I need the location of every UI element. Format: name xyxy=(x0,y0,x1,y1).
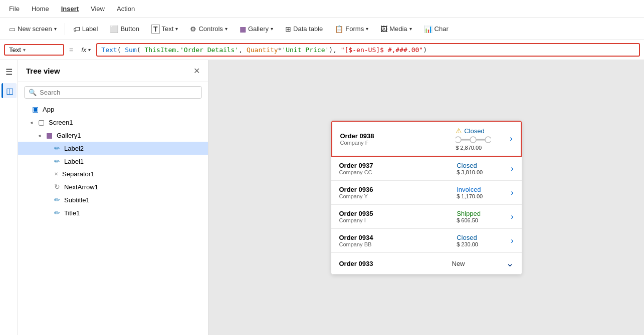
formula-comma2: , xyxy=(333,46,337,54)
button-btn-label: Button xyxy=(120,25,139,33)
order-arrow-0933: ⌄ xyxy=(506,258,514,269)
button-button[interactable]: ⬜ Button xyxy=(105,23,144,35)
formula-order-details: 'Order Details' xyxy=(180,46,239,54)
tree-item-subtitle1[interactable]: ✏ Subtitle1 xyxy=(18,193,208,206)
formula-paren4: ) xyxy=(423,46,427,54)
search-input[interactable] xyxy=(40,89,197,96)
formula-selector-chevron: ▾ xyxy=(23,47,26,53)
new-screen-button[interactable]: ▭ New screen ▾ xyxy=(4,23,62,35)
formula-space4 xyxy=(337,46,341,54)
formula-dot: . xyxy=(176,46,180,54)
screen-icon: ▢ xyxy=(38,118,45,126)
formula-format-string: "[$-en-US]$ #,###.00" xyxy=(341,46,423,54)
label-btn-label: Label xyxy=(82,25,98,33)
title1-icon: ✏ xyxy=(54,209,60,217)
order-status-label-0936: Invoiced xyxy=(457,186,481,193)
formula-paren2: ( xyxy=(137,46,141,54)
tree-item-label2[interactable]: ✏ Label2 xyxy=(18,142,208,155)
separator1-icon: ✕ xyxy=(54,171,58,177)
formula-fx-button[interactable]: fx ▾ xyxy=(78,45,93,55)
formula-bar: Text ▾ = fx ▾ Text( Sum( ThisItem.'Order… xyxy=(0,40,644,60)
media-chevron: ▾ xyxy=(409,26,412,32)
order-status-label-0934: Closed xyxy=(457,234,477,241)
tree-item-app[interactable]: ▣ App xyxy=(18,103,208,116)
media-button[interactable]: 🖼 Media ▾ xyxy=(375,23,416,35)
tree-item-label1[interactable]: ✏ Label1 xyxy=(18,155,208,168)
label-icon: 🏷 xyxy=(73,25,80,33)
menubar-item-file[interactable]: File xyxy=(4,3,25,15)
tree-item-title1[interactable]: ✏ Title1 xyxy=(18,206,208,219)
search-icon: 🔍 xyxy=(29,89,37,96)
formula-selector[interactable]: Text ▾ xyxy=(4,44,64,56)
formula-input[interactable]: Text( Sum( ThisItem.'Order Details', Qua… xyxy=(96,43,640,57)
formula-space3 xyxy=(243,46,247,54)
chart-button[interactable]: 📊 Char xyxy=(419,23,454,35)
chart-btn-label: Char xyxy=(435,25,449,33)
order-id-0933: Order 0933 xyxy=(339,260,448,267)
text-button[interactable]: T Text ▾ xyxy=(146,23,183,36)
new-screen-label: New screen xyxy=(18,25,52,33)
formula-thisitem: ThisItem xyxy=(144,46,176,54)
order-amount-0935: $ 606.50 xyxy=(457,217,478,223)
order-row-0937[interactable]: Order 0937 Company CC Closed $ 3,810.00 … xyxy=(331,157,522,181)
label2-icon: ✏ xyxy=(54,144,60,152)
order-arrow-0936: › xyxy=(511,188,513,197)
gallery-icon: ▦ xyxy=(240,25,246,33)
slider-svg xyxy=(456,135,491,145)
tree-close-button[interactable]: ✕ xyxy=(193,66,200,76)
subtitle1-icon: ✏ xyxy=(54,196,60,204)
order-company-0934: Company BB xyxy=(339,241,453,247)
order-info-0933: Order 0933 xyxy=(339,260,448,267)
formula-space2 xyxy=(141,46,145,54)
order-status-col-0937: Closed $ 3,810.00 xyxy=(457,162,507,175)
tree-search-container[interactable]: 🔍 xyxy=(24,86,202,99)
tree-item-gallery1[interactable]: ◂ ▦ Gallery1 xyxy=(18,129,208,142)
menubar-item-action[interactable]: Action xyxy=(112,3,140,15)
order-id-0935: Order 0935 xyxy=(339,210,453,217)
tree-subtitle1-label: Subtitle1 xyxy=(64,196,90,204)
order-status-col-0936: Invoiced $ 1,170.00 xyxy=(457,186,507,199)
order-row-0936[interactable]: Order 0936 Company Y Invoiced $ 1,170.00… xyxy=(331,181,522,205)
svg-point-3 xyxy=(485,137,491,143)
tree-item-separator1[interactable]: ✕ Separator1 xyxy=(18,168,208,180)
controls-icon: ⚙ xyxy=(190,25,196,33)
order-arrow-0935: › xyxy=(511,212,513,221)
hamburger-menu-button[interactable]: ☰ xyxy=(2,64,17,79)
order-company-0936: Company Y xyxy=(339,193,453,199)
menubar-item-home[interactable]: Home xyxy=(27,3,54,15)
tree-header: Tree view ✕ xyxy=(18,60,208,82)
canvas-area: Order 0938 Company F ⚠ Closed xyxy=(208,60,644,335)
order-slider-0938[interactable] xyxy=(456,135,501,145)
order-row-0935[interactable]: Order 0935 Company I Shipped $ 606.50 › xyxy=(331,205,522,229)
tree-item-nextarrow1[interactable]: ↻ NextArrow1 xyxy=(18,180,208,193)
controls-button[interactable]: ⚙ Controls ▾ xyxy=(185,23,232,35)
order-status-col-0935: Shipped $ 606.50 xyxy=(457,210,507,223)
order-info-0937: Order 0937 Company CC xyxy=(339,162,453,175)
expand-gallery1: ◂ xyxy=(38,133,44,138)
text-chevron: ▾ xyxy=(175,26,178,32)
order-row-0934[interactable]: Order 0934 Company BB Closed $ 230.00 › xyxy=(331,229,522,253)
datatable-btn-label: Data table xyxy=(293,25,323,33)
menubar: File Home Insert View Action xyxy=(0,0,644,18)
order-info-0934: Order 0934 Company BB xyxy=(339,234,453,247)
order-status-warning-0938: ⚠ Closed xyxy=(456,127,484,135)
order-row-0933[interactable]: Order 0933 New ⌄ xyxy=(331,253,522,274)
menubar-item-insert[interactable]: Insert xyxy=(56,3,84,15)
menubar-item-view[interactable]: View xyxy=(86,3,110,15)
formula-equals: = xyxy=(67,46,75,54)
layers-button[interactable]: ◫ xyxy=(2,83,17,98)
data-table-button[interactable]: ⊞ Data table xyxy=(280,23,328,35)
tree-item-screen1[interactable]: ◂ ▢ Screen1 xyxy=(18,116,208,129)
order-status-label-0937: Closed xyxy=(457,162,477,169)
forms-button[interactable]: 📋 Forms ▾ xyxy=(330,23,373,35)
new-screen-icon: ▭ xyxy=(9,25,16,33)
gallery-item-icon: ▦ xyxy=(46,131,53,139)
formula-quantity: Quantity xyxy=(247,46,278,54)
order-row-0938[interactable]: Order 0938 Company F ⚠ Closed xyxy=(331,121,522,157)
order-amount-0936: $ 1,170.00 xyxy=(457,193,483,199)
forms-btn-label: Forms xyxy=(345,25,364,33)
tree-title: Tree view xyxy=(26,67,60,75)
gallery-button[interactable]: ▦ Gallery ▾ xyxy=(235,23,278,35)
chart-icon: 📊 xyxy=(424,25,433,33)
label-button[interactable]: 🏷 Label xyxy=(68,23,103,35)
